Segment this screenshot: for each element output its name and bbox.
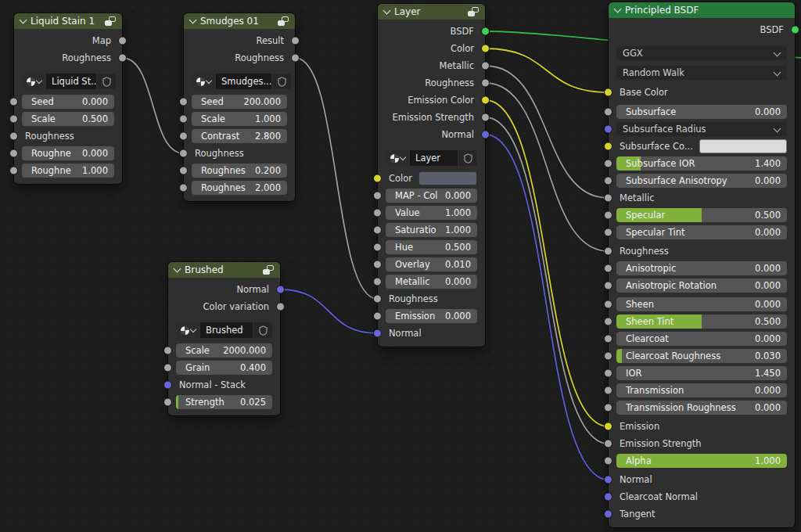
node-brushed[interactable]: BrushedNormalColor variationBrushedScale… [168, 262, 280, 415]
grain-slider[interactable]: Grain0.400 [176, 361, 272, 375]
roughness-output-socket[interactable] [481, 79, 490, 88]
roughness_in-input-socket[interactable] [373, 295, 382, 304]
clearcoat-input-socket[interactable] [604, 335, 612, 343]
sheen-input-socket[interactable] [604, 300, 612, 309]
collapse-chevron-icon[interactable] [383, 7, 391, 15]
metallic-output-socket[interactable] [481, 62, 490, 70]
overlay-slider[interactable]: Overlay0.010 [386, 257, 477, 271]
subsurface_anisotropy-slider[interactable]: Subsurface Anisotropy0.000 [616, 174, 787, 188]
specular-input-socket[interactable] [604, 211, 612, 220]
roughne_min-slider[interactable]: Roughne0.000 [22, 146, 114, 160]
collapse-chevron-icon[interactable] [189, 16, 197, 24]
roughness_in-input-socket[interactable] [9, 132, 18, 141]
collapse-chevron-icon[interactable] [20, 16, 27, 24]
node-header[interactable]: Liquid Stain 1 [14, 13, 122, 29]
distribution-dropdown[interactable]: GGX [616, 46, 787, 60]
scale-slider[interactable]: Scale2000.000 [176, 343, 272, 358]
strength-input-socket[interactable] [163, 398, 172, 407]
subsurface-input-socket[interactable] [604, 108, 612, 117]
bsdf-output-socket[interactable] [791, 26, 799, 34]
node-header[interactable]: Principled BSDF [609, 2, 795, 18]
subsurface-slider[interactable]: Subsurface0.000 [616, 105, 787, 119]
alpha-slider[interactable]: Alpha1.000 [616, 454, 787, 468]
datablock-name-field[interactable]: Layer [410, 150, 458, 166]
sheen_tint-input-socket[interactable] [604, 318, 612, 326]
scale-slider[interactable]: Scale1.000 [192, 112, 287, 126]
subsurface_ior-input-socket[interactable] [604, 160, 612, 168]
roughnes_min-slider[interactable]: Roughnes0.200 [192, 164, 287, 178]
color_in-input-socket[interactable] [373, 174, 382, 183]
normal_stack-input-socket[interactable] [163, 381, 172, 390]
roughnes_min-input-socket[interactable] [179, 167, 188, 175]
color_in-color-swatch[interactable] [418, 171, 477, 185]
datablock-browse-button[interactable] [176, 322, 199, 338]
subsurface_color-color-swatch[interactable] [699, 139, 787, 153]
roughness-output-socket[interactable] [291, 54, 300, 63]
roughness-output-socket[interactable] [118, 54, 127, 63]
seed-input-socket[interactable] [9, 98, 18, 106]
scale-input-socket[interactable] [9, 115, 18, 124]
bsdf-output-socket[interactable] [481, 27, 490, 36]
specular_tint-input-socket[interactable] [604, 228, 612, 237]
emission_in-input-socket[interactable] [373, 312, 382, 321]
specular_tint-slider[interactable]: Specular Tint0.000 [616, 225, 787, 239]
subsurface_radius-dropdown[interactable]: Subsurface Radius [616, 122, 787, 136]
fake-user-shield-button[interactable] [272, 74, 291, 89]
strength-slider[interactable]: Strength0.025 [176, 395, 272, 409]
ior-slider[interactable]: IOR1.450 [616, 366, 787, 380]
datablock-name-field[interactable]: Brushed [200, 322, 253, 338]
base_color-input-socket[interactable] [604, 88, 612, 97]
fake-user-shield-button[interactable] [97, 74, 116, 89]
transmission-input-socket[interactable] [604, 386, 612, 395]
seed-slider[interactable]: Seed0.000 [22, 95, 114, 109]
node-header[interactable]: Smudges 01 [184, 13, 295, 29]
subsurface_color-input-socket[interactable] [604, 142, 612, 151]
map_col-slider[interactable]: MAP - Col0.000 [386, 189, 477, 203]
seed-input-socket[interactable] [179, 98, 188, 106]
specular-slider[interactable]: Specular0.500 [616, 208, 787, 222]
value-input-socket[interactable] [373, 209, 382, 217]
sheen-slider[interactable]: Sheen0.000 [616, 297, 787, 311]
roughne_max-input-socket[interactable] [9, 167, 18, 175]
anisotropic-slider[interactable]: Anisotropic0.000 [616, 261, 787, 275]
node-header[interactable]: Layer [378, 4, 485, 20]
sheen_tint-slider[interactable]: Sheen Tint0.500 [616, 315, 787, 329]
node-principled[interactable]: Principled BSDFBSDFGGXRandom WalkBase Co… [609, 2, 795, 527]
normal-input-socket[interactable] [604, 476, 612, 484]
hue-slider[interactable]: Hue0.500 [386, 240, 477, 254]
node-smudges[interactable]: Smudges 01ResultRoughnessSmudges...Seed2… [184, 13, 295, 201]
overlay-input-socket[interactable] [373, 261, 382, 269]
scale-slider[interactable]: Scale0.500 [22, 112, 114, 126]
clearcoat_normal-input-socket[interactable] [604, 493, 612, 501]
color_variation-output-socket[interactable] [276, 303, 285, 311]
node-header[interactable]: Brushed [168, 262, 280, 278]
map_col-input-socket[interactable] [373, 192, 382, 200]
metallic-input-socket[interactable] [604, 194, 612, 203]
fake-user-shield-button[interactable] [253, 322, 272, 338]
normal-output-socket[interactable] [276, 286, 285, 294]
fake-user-shield-button[interactable] [458, 150, 477, 166]
saturation-slider[interactable]: Saturatio1.000 [386, 223, 477, 237]
metallic_in-input-socket[interactable] [373, 278, 382, 286]
saturation-input-socket[interactable] [373, 226, 382, 235]
transmission-slider[interactable]: Transmission0.000 [616, 383, 787, 397]
datablock-name-field[interactable]: Liquid St.. [46, 74, 96, 89]
clearcoat-slider[interactable]: Clearcoat0.000 [616, 332, 787, 346]
color-output-socket[interactable] [481, 45, 490, 53]
roughness_in-input-socket[interactable] [179, 149, 188, 158]
value-slider[interactable]: Value1.000 [386, 206, 477, 220]
roughne_max-slider[interactable]: Roughne1.000 [22, 164, 114, 178]
transmission_roughness-input-socket[interactable] [604, 404, 612, 412]
map-output-socket[interactable] [118, 37, 127, 45]
result-output-socket[interactable] [291, 37, 300, 45]
metallic_in-slider[interactable]: Metallic0.000 [386, 275, 477, 289]
normal-output-socket[interactable] [481, 131, 490, 139]
anisotropic-input-socket[interactable] [604, 264, 612, 273]
datablock-browse-button[interactable] [22, 74, 45, 89]
datablock-browse-button[interactable] [386, 150, 409, 166]
scale-input-socket[interactable] [163, 347, 172, 355]
alpha-input-socket[interactable] [604, 457, 612, 466]
transmission_roughness-slider[interactable]: Transmission Roughness0.000 [616, 401, 787, 415]
roughnes_max-input-socket[interactable] [179, 184, 188, 192]
node-layer[interactable]: LayerBSDFColorMetallicRoughnessEmission … [378, 4, 485, 347]
